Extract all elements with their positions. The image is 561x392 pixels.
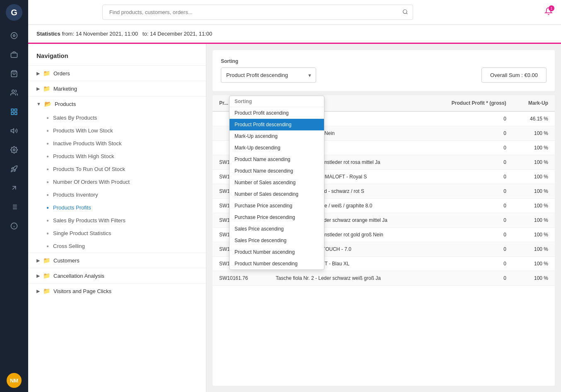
dropdown-item-name-desc[interactable]: Product Name descending <box>230 165 324 177</box>
dropdown-item-sales-asc[interactable]: Number of Sales ascending <box>230 177 324 188</box>
dot-icon: ● <box>46 154 49 159</box>
nav-item-products-inventory[interactable]: ● Products Inventory <box>28 188 206 201</box>
chevron-right-icon: ▶ <box>36 86 40 91</box>
cell-profit: 0 <box>427 242 513 257</box>
sidebar-icon-reports[interactable] <box>6 103 22 120</box>
nav-item-cross-selling[interactable]: ● Cross Selling <box>28 240 206 253</box>
search-bar-container <box>102 5 413 20</box>
overall-sum-button[interactable]: Overall Sum : €0.00 <box>481 67 546 83</box>
nav-item-inactive-products[interactable]: ● Inactive Products With Stock <box>28 137 206 150</box>
products-label: Products <box>55 101 76 107</box>
single-product-label: Single Product Statistics <box>53 230 111 236</box>
stats-bar: Statistics from: 14 November 2021, 11:00… <box>28 25 561 44</box>
nav-section-visitors: ▶ 📁 Visitors and Page Clicks <box>28 283 206 298</box>
dropdown-item-number-desc[interactable]: Product Number descending <box>230 258 324 269</box>
svg-point-4 <box>12 90 15 92</box>
sidebar-icon-list[interactable] <box>6 199 22 215</box>
svg-point-1 <box>13 35 15 37</box>
dropdown-item-markup-asc[interactable]: Mark-Up ascending <box>230 130 324 142</box>
dropdown-item-salesprice-asc[interactable]: Sales Price ascending <box>230 223 324 235</box>
svg-point-0 <box>11 33 17 39</box>
folder-icon: 📁 <box>43 85 50 92</box>
sidebar-icon-dashboard[interactable] <box>6 27 22 44</box>
sidebar-icon-package[interactable] <box>6 46 22 63</box>
sales-filters-label: Sales By Products With Filters <box>53 217 126 224</box>
sidebar: G NM <box>0 0 28 392</box>
dot-icon: ● <box>46 167 49 171</box>
dot-active-icon: ● <box>46 205 49 210</box>
dropdown-item-sales-desc[interactable]: Number of Sales descending <box>230 188 324 200</box>
products-run-out-label: Products To Run Out Of Stock <box>53 166 125 172</box>
folder-icon: 📁 <box>43 257 50 264</box>
sidebar-item-orders[interactable]: ▶ 📁 Orders <box>28 66 206 81</box>
sidebar-icon-shop[interactable] <box>6 65 22 82</box>
top-header: 1 <box>28 0 561 25</box>
chevron-right-icon: ▶ <box>36 289 40 294</box>
main-wrapper: 1 Statistics from: 14 November 2021, 11:… <box>28 0 561 392</box>
nav-section-cancellation: ▶ 📁 Cancellation Analysis <box>28 268 206 283</box>
dropdown-item-purchase-asc[interactable]: Purchase Price ascending <box>230 200 324 212</box>
search-input[interactable] <box>102 5 413 20</box>
svg-rect-8 <box>11 113 13 115</box>
sidebar-icon-gear[interactable] <box>6 142 22 158</box>
cell-profit: 0 <box>427 213 513 228</box>
sidebar-item-customers[interactable]: ▶ 📁 Customers <box>28 253 206 268</box>
cell-name: Tasche fiola Nr. 2 - Leder schwarz weiß … <box>269 271 427 286</box>
sidebar-icon-marketing[interactable] <box>6 123 22 139</box>
nav-item-single-product[interactable]: ● Single Product Statistics <box>28 227 206 240</box>
col-product-profit: Product Profit * (gross) <box>427 95 513 111</box>
cell-profit: 0 <box>427 184 513 199</box>
nav-item-products-run-out[interactable]: ● Products To Run Out Of Stock <box>28 163 206 176</box>
nav-section-products: ▼ 📂 Products ● Sales By Products ● Produ… <box>28 96 206 253</box>
sidebar-item-marketing[interactable]: ▶ 📁 Marketing <box>28 81 206 96</box>
cell-markup: 100 % <box>513 257 555 271</box>
dropdown-item-purchase-desc[interactable]: Purchase Price descending <box>230 212 324 223</box>
dropdown-item-profit-asc[interactable]: Product Profit ascending <box>230 107 324 119</box>
sorting-label: Sorting <box>221 58 546 64</box>
cell-markup: 100 % <box>513 199 555 213</box>
app-logo[interactable]: G <box>6 4 22 21</box>
sidebar-icon-info[interactable] <box>6 218 22 234</box>
nav-item-products-high-stock[interactable]: ● Products With High Stock <box>28 150 206 163</box>
chevron-right-icon: ▶ <box>36 273 40 279</box>
products-high-stock-label: Products With High Stock <box>53 153 114 159</box>
sidebar-item-products[interactable]: ▼ 📂 Products <box>28 96 206 111</box>
dot-icon: ● <box>46 192 49 197</box>
svg-point-21 <box>403 10 406 13</box>
chevron-right-icon: ▶ <box>36 258 40 263</box>
dot-icon: ● <box>46 244 49 248</box>
right-panel: Sorting Product Profit descending ▼ Sort… <box>206 44 561 392</box>
dropdown-item-name-asc[interactable]: Product Name ascending <box>230 154 324 165</box>
cell-profit: 0 <box>427 257 513 271</box>
dropdown-item-salesprice-desc[interactable]: Sales Price descending <box>230 235 324 246</box>
products-inventory-label: Products Inventory <box>53 192 98 198</box>
cell-markup: 100 % <box>513 126 555 141</box>
svg-line-11 <box>12 186 16 190</box>
cell-profit: 0 <box>427 141 513 155</box>
svg-line-22 <box>406 13 407 14</box>
search-icon <box>402 9 408 16</box>
sorting-select[interactable]: Product Profit descending <box>221 67 316 83</box>
sidebar-item-cancellation[interactable]: ▶ 📁 Cancellation Analysis <box>28 268 206 283</box>
nav-item-sales-by-products[interactable]: ● Sales By Products <box>28 111 206 124</box>
nav-item-products-low-stock[interactable]: ● Products With Low Stock <box>28 124 206 137</box>
dot-icon: ● <box>46 218 49 223</box>
nav-section-orders: ▶ 📁 Orders <box>28 65 206 81</box>
nav-item-sales-filters[interactable]: ● Sales By Products With Filters <box>28 214 206 227</box>
dropdown-item-profit-desc[interactable]: Product Profit descending <box>230 119 324 130</box>
col-markup: Mark-Up <box>513 95 555 111</box>
cell-profit: 0 <box>427 111 513 126</box>
sidebar-icon-rocket[interactable] <box>6 161 22 177</box>
sidebar-item-visitors[interactable]: ▶ 📁 Visitors and Page Clicks <box>28 284 206 298</box>
dot-icon: ● <box>46 231 49 236</box>
nav-item-products-profits[interactable]: ● Products Profits <box>28 201 206 214</box>
header-actions: 1 <box>544 7 553 17</box>
chevron-down-icon: ▼ <box>36 101 41 106</box>
dropdown-item-markup-desc[interactable]: Mark-Up descending <box>230 142 324 154</box>
user-avatar[interactable]: NM <box>7 373 22 388</box>
nav-item-number-of-orders[interactable]: ● Number Of Orders With Product <box>28 176 206 188</box>
sidebar-icon-customers[interactable] <box>6 84 22 101</box>
sidebar-icon-arrow[interactable] <box>6 180 22 196</box>
navigation-panel: Navigation ▶ 📁 Orders ▶ 📁 Marketing ▼ <box>28 44 206 392</box>
dropdown-item-number-asc[interactable]: Product Number ascending <box>230 246 324 258</box>
